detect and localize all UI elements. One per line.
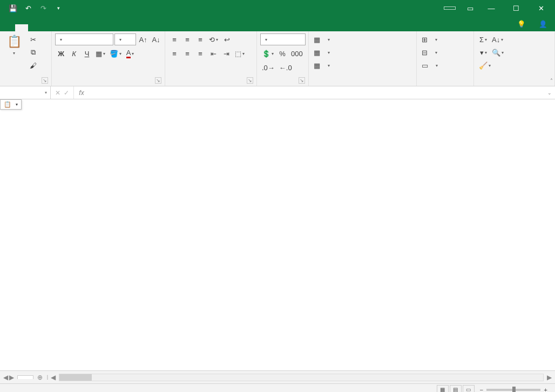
sheet-nav-next-icon[interactable]: ▶ bbox=[9, 374, 14, 381]
fill-icon[interactable]: ▾ bbox=[477, 46, 489, 58]
insert-cells-button[interactable]: ⊞ bbox=[420, 33, 472, 45]
dialog-launcher-icon[interactable]: ↘ bbox=[42, 77, 48, 84]
borders-icon[interactable]: ▦ bbox=[94, 48, 107, 59]
close-icon[interactable]: ✕ bbox=[529, 0, 553, 16]
worksheet-grid[interactable]: 📋 ▾ bbox=[0, 99, 555, 370]
number-format-combo[interactable]: ▾ bbox=[260, 33, 306, 45]
conditional-formatting-button[interactable]: ▦ bbox=[312, 33, 415, 45]
normal-view-icon[interactable]: ▦ bbox=[437, 385, 449, 393]
save-icon[interactable]: 💾 bbox=[6, 2, 19, 15]
bold-icon[interactable]: Ж bbox=[55, 48, 67, 59]
orientation-icon[interactable]: ⟲ bbox=[207, 33, 220, 45]
minimize-icon[interactable]: — bbox=[479, 0, 503, 16]
title-bar: 💾 ↶ ↷ ▾ ▭ — ☐ ✕ bbox=[0, 0, 555, 16]
format-as-table-button[interactable]: ▦ bbox=[312, 46, 415, 58]
delete-cells-button[interactable]: ⊟ bbox=[420, 46, 472, 58]
font-name-combo[interactable]: ▾ bbox=[55, 33, 113, 45]
sheet-nav-prev-icon[interactable]: ◀ bbox=[3, 374, 8, 381]
decrease-font-icon[interactable]: A↓ bbox=[150, 33, 162, 45]
group-editing: ΣA↓ ▾🔍 🧹 bbox=[474, 31, 555, 86]
group-cells: ⊞ ⊟ ▭ bbox=[417, 31, 474, 86]
tab-file[interactable] bbox=[2, 24, 15, 31]
align-bottom-icon[interactable]: ≡ bbox=[194, 33, 206, 45]
name-box-input[interactable] bbox=[3, 89, 39, 97]
tell-me-button[interactable]: 💡 bbox=[512, 17, 533, 31]
cond-format-icon: ▦ bbox=[314, 36, 320, 44]
font-color-icon[interactable]: A bbox=[124, 48, 136, 59]
autosum-icon[interactable]: Σ bbox=[477, 33, 489, 45]
dialog-launcher-icon[interactable]: ↘ bbox=[155, 77, 161, 84]
copy-icon[interactable]: ⧉ bbox=[27, 46, 39, 58]
delete-icon: ⊟ bbox=[422, 49, 428, 57]
italic-icon[interactable]: К bbox=[68, 48, 80, 59]
page-break-view-icon[interactable]: ▭ bbox=[463, 385, 475, 393]
tab-data[interactable] bbox=[67, 24, 80, 31]
align-left-icon[interactable]: ≡ bbox=[168, 48, 180, 59]
dialog-launcher-icon[interactable]: ↘ bbox=[299, 77, 305, 84]
tab-help[interactable] bbox=[119, 24, 132, 31]
increase-font-icon[interactable]: A↑ bbox=[137, 33, 149, 45]
comma-icon[interactable]: 000 bbox=[289, 48, 304, 59]
collapse-ribbon-icon[interactable]: ˄ bbox=[550, 78, 553, 84]
share-button[interactable]: 👤 bbox=[533, 17, 555, 31]
align-right-icon[interactable]: ≡ bbox=[194, 48, 206, 59]
name-box[interactable]: ▾ bbox=[0, 86, 51, 99]
cell-styles-button[interactable]: ▦ bbox=[312, 59, 415, 71]
wrap-text-icon[interactable]: ↩ bbox=[221, 33, 233, 45]
sheet-tab[interactable] bbox=[17, 375, 33, 379]
horizontal-scrollbar[interactable] bbox=[59, 374, 544, 381]
zoom-out-icon[interactable]: − bbox=[480, 387, 484, 393]
ribbon-tabs: 💡 👤 bbox=[0, 16, 555, 31]
scroll-right-icon[interactable]: ▶ bbox=[547, 374, 552, 381]
sort-filter-icon[interactable]: A↓ bbox=[490, 33, 505, 45]
cancel-formula-icon[interactable]: ✕ bbox=[55, 89, 60, 97]
align-top-icon[interactable]: ≡ bbox=[168, 33, 180, 45]
ribbon-options-icon[interactable]: ▭ bbox=[462, 0, 478, 16]
percent-icon[interactable]: % bbox=[276, 48, 288, 59]
tab-view[interactable] bbox=[93, 24, 106, 31]
font-size-combo[interactable]: ▾ bbox=[114, 33, 136, 45]
clear-icon[interactable]: 🧹 bbox=[477, 59, 492, 71]
accounting-icon[interactable]: 💲 bbox=[260, 48, 275, 59]
tab-home[interactable] bbox=[15, 24, 28, 31]
decrease-indent-icon[interactable]: ⇤ bbox=[207, 48, 219, 59]
paste-options-button[interactable]: 📋 ▾ bbox=[0, 99, 22, 110]
merge-icon[interactable]: ⬚ bbox=[233, 48, 246, 59]
sign-in-button[interactable] bbox=[444, 6, 456, 10]
zoom-slider[interactable] bbox=[486, 389, 540, 391]
cut-icon[interactable]: ✂ bbox=[27, 33, 39, 45]
enter-formula-icon[interactable]: ✓ bbox=[64, 89, 69, 97]
undo-icon[interactable]: ↶ bbox=[22, 2, 35, 15]
dialog-launcher-icon[interactable]: ↘ bbox=[247, 77, 253, 84]
increase-indent-icon[interactable]: ⇥ bbox=[220, 48, 232, 59]
page-layout-view-icon[interactable]: ▤ bbox=[450, 385, 462, 393]
tab-formulas[interactable] bbox=[54, 24, 67, 31]
maximize-icon[interactable]: ☐ bbox=[504, 0, 528, 16]
group-font: ▾ ▾ A↑ A↓ Ж К Ч ▦ 🪣 A ↘ bbox=[52, 31, 165, 86]
find-select-icon[interactable]: 🔍 bbox=[490, 46, 505, 58]
scroll-left-icon[interactable]: ◀ bbox=[51, 374, 56, 381]
decrease-decimal-icon[interactable]: ←.0 bbox=[278, 62, 294, 73]
increase-decimal-icon[interactable]: .0→ bbox=[260, 62, 276, 73]
table-icon: ▦ bbox=[314, 49, 320, 57]
expand-formula-bar-icon[interactable]: ⌄ bbox=[544, 90, 555, 96]
align-center-icon[interactable]: ≡ bbox=[181, 48, 193, 59]
underline-icon[interactable]: Ч bbox=[81, 48, 93, 59]
format-cells-button[interactable]: ▭ bbox=[420, 59, 472, 71]
redo-icon[interactable]: ↷ bbox=[37, 2, 50, 15]
tab-insert[interactable] bbox=[28, 24, 41, 31]
formula-input[interactable] bbox=[89, 89, 544, 97]
paste-button[interactable]: 📋 ▾ bbox=[3, 33, 25, 57]
group-styles: ▦ ▦ ▦ bbox=[309, 31, 417, 86]
sheet-tab-bar: ◀ ▶ ⊕ ⁞ ◀ ▶ bbox=[0, 370, 555, 383]
qat-customize-icon[interactable]: ▾ bbox=[52, 2, 65, 15]
tab-page-layout[interactable] bbox=[41, 24, 54, 31]
zoom-in-icon[interactable]: + bbox=[544, 387, 547, 393]
tab-developer[interactable] bbox=[106, 24, 119, 31]
new-sheet-icon[interactable]: ⊕ bbox=[33, 374, 46, 381]
tab-review[interactable] bbox=[80, 24, 93, 31]
fill-color-icon[interactable]: 🪣 bbox=[108, 48, 123, 59]
align-middle-icon[interactable]: ≡ bbox=[181, 33, 193, 45]
insert-function-icon[interactable]: fx bbox=[74, 89, 89, 97]
format-painter-icon[interactable]: 🖌 bbox=[27, 59, 39, 71]
